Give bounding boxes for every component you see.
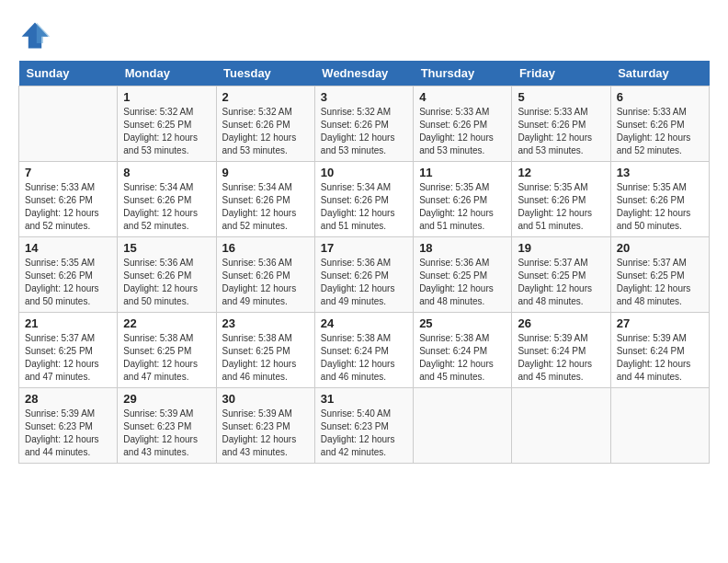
week-row-1: 1 Sunrise: 5:32 AMSunset: 6:25 PMDayligh… (19, 86, 710, 162)
day-info: Sunrise: 5:38 AMSunset: 6:24 PMDaylight:… (419, 333, 494, 382)
calendar-cell: 12 Sunrise: 5:35 AMSunset: 6:26 PMDaylig… (512, 162, 610, 237)
day-info: Sunrise: 5:38 AMSunset: 6:25 PMDaylight:… (222, 333, 297, 382)
day-info: Sunrise: 5:35 AMSunset: 6:26 PMDaylight:… (419, 182, 494, 231)
calendar-cell: 18 Sunrise: 5:36 AMSunset: 6:25 PMDaylig… (414, 237, 512, 313)
day-info: Sunrise: 5:39 AMSunset: 6:24 PMDaylight:… (617, 333, 691, 382)
day-info: Sunrise: 5:35 AMSunset: 6:26 PMDaylight:… (25, 258, 99, 306)
calendar-cell: 24 Sunrise: 5:38 AMSunset: 6:24 PMDaylig… (314, 313, 413, 388)
day-number: 13 (617, 166, 703, 179)
day-info: Sunrise: 5:38 AMSunset: 6:24 PMDaylight:… (321, 333, 395, 382)
day-number: 1 (123, 90, 210, 104)
day-number: 29 (123, 392, 210, 406)
day-number: 19 (518, 241, 604, 255)
calendar-cell: 19 Sunrise: 5:37 AMSunset: 6:25 PMDaylig… (512, 237, 610, 313)
day-number: 16 (222, 241, 309, 255)
calendar-cell: 23 Sunrise: 5:38 AMSunset: 6:25 PMDaylig… (216, 313, 314, 388)
calendar-cell: 31 Sunrise: 5:40 AMSunset: 6:23 PMDaylig… (314, 388, 413, 464)
day-number: 2 (222, 90, 309, 104)
day-number: 30 (222, 392, 309, 406)
week-row-4: 21 Sunrise: 5:37 AMSunset: 6:25 PMDaylig… (19, 313, 710, 388)
day-info: Sunrise: 5:37 AMSunset: 6:25 PMDaylight:… (518, 258, 592, 306)
calendar-cell: 28 Sunrise: 5:39 AMSunset: 6:23 PMDaylig… (19, 388, 118, 464)
logo-icon (18, 18, 51, 52)
calendar-table: SundayMondayTuesdayWednesdayThursdayFrid… (18, 61, 710, 464)
day-number: 7 (25, 166, 111, 179)
calendar-cell: 26 Sunrise: 5:39 AMSunset: 6:24 PMDaylig… (512, 313, 610, 388)
day-info: Sunrise: 5:33 AMSunset: 6:26 PMDaylight:… (419, 107, 494, 155)
calendar-cell: 11 Sunrise: 5:35 AMSunset: 6:26 PMDaylig… (414, 162, 512, 237)
week-row-5: 28 Sunrise: 5:39 AMSunset: 6:23 PMDaylig… (19, 388, 710, 464)
day-info: Sunrise: 5:36 AMSunset: 6:25 PMDaylight:… (419, 258, 494, 306)
calendar-cell: 9 Sunrise: 5:34 AMSunset: 6:26 PMDayligh… (216, 162, 314, 237)
day-info: Sunrise: 5:39 AMSunset: 6:23 PMDaylight:… (123, 408, 198, 457)
day-number: 25 (419, 316, 506, 330)
calendar-cell: 27 Sunrise: 5:39 AMSunset: 6:24 PMDaylig… (610, 313, 709, 388)
day-number: 8 (123, 166, 210, 179)
day-info: Sunrise: 5:36 AMSunset: 6:26 PMDaylight:… (321, 258, 395, 306)
calendar-cell: 3 Sunrise: 5:32 AMSunset: 6:26 PMDayligh… (314, 86, 413, 162)
day-number: 6 (617, 90, 703, 104)
day-info: Sunrise: 5:40 AMSunset: 6:23 PMDaylight:… (321, 408, 395, 457)
calendar-cell: 17 Sunrise: 5:36 AMSunset: 6:26 PMDaylig… (314, 237, 413, 313)
day-info: Sunrise: 5:36 AMSunset: 6:26 PMDaylight:… (222, 258, 297, 306)
day-number: 21 (25, 316, 111, 330)
header (18, 18, 710, 52)
day-number: 3 (321, 90, 407, 104)
day-info: Sunrise: 5:33 AMSunset: 6:26 PMDaylight:… (25, 182, 99, 231)
day-header-friday: Friday (512, 61, 610, 86)
calendar-cell: 15 Sunrise: 5:36 AMSunset: 6:26 PMDaylig… (118, 237, 216, 313)
day-info: Sunrise: 5:39 AMSunset: 6:23 PMDaylight:… (222, 408, 297, 457)
calendar-cell: 8 Sunrise: 5:34 AMSunset: 6:26 PMDayligh… (118, 162, 216, 237)
calendar-cell: 5 Sunrise: 5:33 AMSunset: 6:26 PMDayligh… (512, 86, 610, 162)
day-number: 26 (518, 316, 604, 330)
calendar-cell: 4 Sunrise: 5:33 AMSunset: 6:26 PMDayligh… (414, 86, 512, 162)
day-number: 20 (617, 241, 703, 255)
day-number: 24 (321, 316, 407, 330)
day-info: Sunrise: 5:32 AMSunset: 6:25 PMDaylight:… (123, 107, 198, 155)
calendar-cell: 1 Sunrise: 5:32 AMSunset: 6:25 PMDayligh… (118, 86, 216, 162)
day-number: 9 (222, 166, 309, 179)
day-number: 12 (518, 166, 604, 179)
day-header-wednesday: Wednesday (314, 61, 413, 86)
day-info: Sunrise: 5:35 AMSunset: 6:26 PMDaylight:… (617, 182, 691, 231)
calendar-cell: 16 Sunrise: 5:36 AMSunset: 6:26 PMDaylig… (216, 237, 314, 313)
calendar-cell: 14 Sunrise: 5:35 AMSunset: 6:26 PMDaylig… (19, 237, 118, 313)
calendar-cell: 21 Sunrise: 5:37 AMSunset: 6:25 PMDaylig… (19, 313, 118, 388)
calendar-cell: 29 Sunrise: 5:39 AMSunset: 6:23 PMDaylig… (118, 388, 216, 464)
day-header-thursday: Thursday (414, 61, 512, 86)
day-number: 31 (321, 392, 407, 406)
day-info: Sunrise: 5:37 AMSunset: 6:25 PMDaylight:… (25, 333, 99, 382)
logo (18, 18, 55, 52)
calendar-cell: 10 Sunrise: 5:34 AMSunset: 6:26 PMDaylig… (314, 162, 413, 237)
calendar-cell: 25 Sunrise: 5:38 AMSunset: 6:24 PMDaylig… (414, 313, 512, 388)
day-info: Sunrise: 5:38 AMSunset: 6:25 PMDaylight:… (123, 333, 198, 382)
day-info: Sunrise: 5:33 AMSunset: 6:26 PMDaylight:… (617, 107, 691, 155)
day-info: Sunrise: 5:34 AMSunset: 6:26 PMDaylight:… (222, 182, 297, 231)
day-number: 4 (419, 90, 506, 104)
day-number: 5 (518, 90, 604, 104)
day-header-saturday: Saturday (610, 61, 709, 86)
calendar-cell (512, 388, 610, 464)
week-row-2: 7 Sunrise: 5:33 AMSunset: 6:26 PMDayligh… (19, 162, 710, 237)
day-info: Sunrise: 5:39 AMSunset: 6:23 PMDaylight:… (25, 408, 99, 457)
calendar-cell: 22 Sunrise: 5:38 AMSunset: 6:25 PMDaylig… (118, 313, 216, 388)
calendar-cell (414, 388, 512, 464)
day-header-sunday: Sunday (19, 61, 118, 86)
day-number: 27 (617, 316, 703, 330)
calendar-cell: 30 Sunrise: 5:39 AMSunset: 6:23 PMDaylig… (216, 388, 314, 464)
day-number: 11 (419, 166, 506, 179)
day-info: Sunrise: 5:35 AMSunset: 6:26 PMDaylight:… (518, 182, 592, 231)
day-number: 14 (25, 241, 111, 255)
day-number: 15 (123, 241, 210, 255)
calendar-cell: 2 Sunrise: 5:32 AMSunset: 6:26 PMDayligh… (216, 86, 314, 162)
calendar-cell: 13 Sunrise: 5:35 AMSunset: 6:26 PMDaylig… (610, 162, 709, 237)
day-number: 28 (25, 392, 111, 406)
day-info: Sunrise: 5:34 AMSunset: 6:26 PMDaylight:… (321, 182, 395, 231)
calendar-cell (610, 388, 709, 464)
day-number: 10 (321, 166, 407, 179)
calendar-cell (19, 86, 118, 162)
week-row-3: 14 Sunrise: 5:35 AMSunset: 6:26 PMDaylig… (19, 237, 710, 313)
day-info: Sunrise: 5:32 AMSunset: 6:26 PMDaylight:… (321, 107, 395, 155)
day-info: Sunrise: 5:39 AMSunset: 6:24 PMDaylight:… (518, 333, 592, 382)
svg-marker-1 (37, 23, 50, 44)
